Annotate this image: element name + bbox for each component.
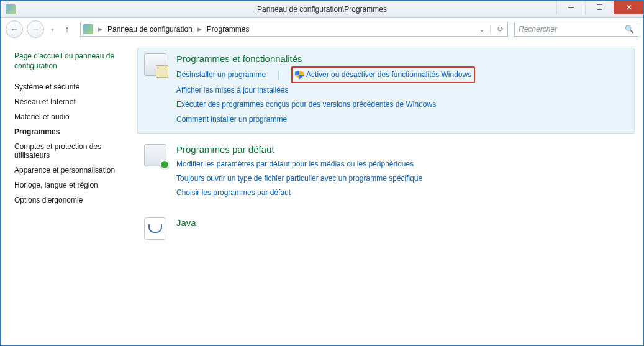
divider: [278, 71, 279, 80]
control-panel-icon: [83, 24, 93, 34]
file-assoc-link[interactable]: Toujours ouvrir un type de fichier parti…: [176, 171, 422, 186]
refresh-button[interactable]: ⟳: [490, 25, 505, 34]
highlighted-callout: Activer ou désactiver des fonctionnalité…: [291, 66, 475, 83]
address-dropdown-icon[interactable]: ⌄: [479, 25, 485, 34]
history-dropdown[interactable]: ▾: [48, 25, 57, 34]
titlebar: Panneau de configuration\Programmes ─ ☐ …: [1, 1, 643, 18]
sidebar-item-hardware-sound[interactable]: Matériel et audio: [14, 109, 127, 124]
chevron-right-icon: ▶: [97, 26, 104, 32]
forward-button[interactable]: →: [27, 20, 44, 38]
windows-features-link[interactable]: Activer ou désactiver des fonctionnalité…: [306, 68, 471, 82]
minimize-button[interactable]: ─: [556, 1, 585, 14]
shield-icon: [295, 71, 304, 80]
modify-media-defaults-link[interactable]: Modifier les paramètres par défaut pour …: [176, 157, 414, 171]
breadcrumb-current[interactable]: Programmes: [207, 25, 250, 34]
search-input[interactable]: Rechercher 🔍: [514, 22, 638, 37]
main-content: Programmes et fonctionnalités Désinstall…: [134, 40, 643, 345]
close-button[interactable]: ✕: [614, 1, 643, 14]
sidebar-item-appearance[interactable]: Apparence et personnalisation: [14, 163, 127, 178]
sidebar-item-clock-lang-region[interactable]: Horloge, langue et région: [14, 178, 127, 193]
maximize-button[interactable]: ☐: [585, 1, 614, 14]
system-icon: [6, 4, 16, 14]
search-placeholder: Rechercher: [519, 25, 557, 34]
sidebar-item-network-internet[interactable]: Réseau et Internet: [14, 94, 127, 109]
sidebar: Page d'accueil du panneau de configurati…: [1, 40, 134, 345]
address-bar[interactable]: ▶ Panneau de configuration ▶ Programmes …: [80, 22, 508, 37]
programs-features-icon: [144, 53, 169, 78]
back-button[interactable]: ←: [6, 20, 23, 38]
breadcrumb-root[interactable]: Panneau de configuration: [107, 25, 193, 34]
chevron-right-icon: ▶: [196, 26, 203, 32]
section-programs-features: Programmes et fonctionnalités Désinstall…: [137, 48, 635, 134]
search-icon: 🔍: [625, 25, 634, 34]
window-title: Panneau de configuration\Programmes: [1, 5, 643, 14]
toolbar: ← → ▾ ↑ ▶ Panneau de configuration ▶ Pro…: [1, 18, 643, 40]
sidebar-item-user-accounts[interactable]: Comptes et protection des utilisateurs: [14, 139, 127, 163]
sidebar-item-programs[interactable]: Programmes: [14, 124, 127, 139]
sidebar-item-system-security[interactable]: Système et sécurité: [14, 80, 127, 94]
control-panel-home-link[interactable]: Page d'accueil du panneau de configurati…: [14, 52, 127, 71]
run-compat-programs-link[interactable]: Exécuter des programmes conçus pour des …: [176, 98, 436, 112]
up-button[interactable]: ↑: [60, 22, 74, 36]
programs-features-title[interactable]: Programmes et fonctionnalités: [176, 53, 628, 64]
view-installed-updates-link[interactable]: Afficher les mises à jour installées: [176, 83, 289, 98]
default-programs-icon: [144, 144, 169, 169]
section-default-programs: Programmes par défaut Modifier les param…: [137, 139, 635, 207]
default-programs-title[interactable]: Programmes par défaut: [176, 144, 628, 155]
uninstall-program-link[interactable]: Désinstaller un programme: [176, 68, 266, 82]
choose-defaults-link[interactable]: Choisir les programmes par défaut: [176, 186, 291, 200]
sidebar-item-ease-of-access[interactable]: Options d'ergonomie: [14, 193, 127, 207]
java-title[interactable]: Java: [176, 217, 628, 228]
java-icon: [144, 217, 169, 242]
section-java: Java: [137, 212, 635, 249]
how-install-program-link[interactable]: Comment installer un programme: [176, 112, 287, 127]
